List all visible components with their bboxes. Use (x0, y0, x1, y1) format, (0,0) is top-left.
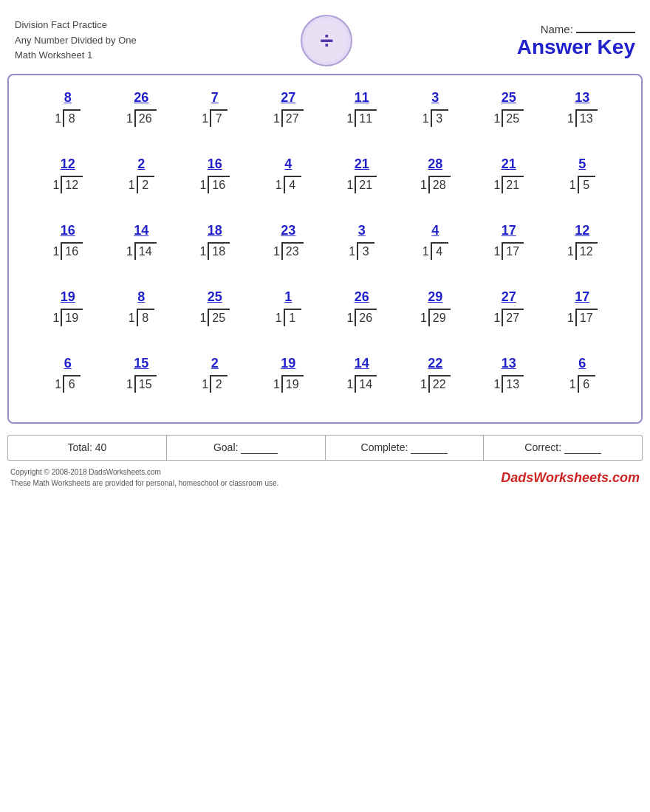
total-label: Total: (67, 441, 92, 453)
dividend-4-1: 15 (134, 375, 157, 393)
answer-4-6: 13 (502, 356, 516, 372)
dividend-1-3: 4 (284, 176, 301, 193)
problem-0-1: 26126 (108, 90, 174, 127)
answer-1-4: 21 (355, 156, 369, 173)
dividend-3-2: 25 (208, 309, 230, 326)
answer-0-6: 25 (502, 90, 516, 106)
problem-4-4: 14114 (329, 356, 395, 393)
dividend-0-1: 26 (134, 109, 157, 127)
goal-line[interactable] (241, 441, 278, 454)
division-box-0-3: 127 (273, 109, 304, 127)
division-box-1-7: 15 (569, 176, 595, 193)
division-box-1-0: 112 (52, 176, 83, 193)
division-box-3-1: 18 (129, 309, 154, 326)
problem-3-4: 26126 (329, 289, 395, 326)
answer-0-3: 27 (281, 90, 295, 106)
problem-4-6: 13113 (476, 356, 542, 393)
problem-0-3: 27127 (255, 90, 321, 127)
divisor-4-4: 1 (346, 378, 353, 393)
divisor-1-6: 1 (493, 179, 500, 193)
divisor-3-3: 1 (276, 312, 282, 326)
complete-stat: Complete: (326, 436, 485, 460)
division-box-1-1: 12 (129, 176, 154, 193)
divisor-4-1: 1 (126, 378, 133, 393)
complete-line[interactable] (411, 441, 448, 454)
problem-4-3: 19119 (255, 356, 321, 393)
division-box-1-6: 121 (493, 176, 524, 193)
answer-1-2: 16 (208, 156, 222, 173)
page: Division Fact Practice Any Number Divide… (7, 15, 643, 489)
title-line3: Math Worksheet 1 (15, 48, 137, 63)
divisor-0-3: 1 (273, 112, 280, 127)
division-box-2-2: 118 (199, 242, 230, 260)
division-icon: ÷ (301, 15, 352, 66)
division-symbol: ÷ (320, 27, 333, 55)
dividend-2-3: 23 (281, 242, 304, 260)
header-center: ÷ (301, 15, 352, 66)
divisor-0-7: 1 (567, 112, 574, 127)
answer-2-0: 16 (61, 223, 75, 239)
dividend-3-7: 17 (575, 309, 598, 326)
divisor-4-2: 1 (202, 378, 208, 393)
division-box-3-4: 126 (346, 309, 377, 326)
divisor-3-0: 1 (52, 312, 59, 326)
problem-1-0: 12112 (35, 156, 101, 193)
divisor-0-0: 1 (55, 112, 61, 127)
answer-3-2: 25 (208, 289, 222, 306)
division-box-1-5: 128 (420, 176, 451, 193)
problem-4-5: 22122 (402, 356, 468, 393)
division-box-3-7: 117 (567, 309, 598, 326)
division-box-3-6: 127 (493, 309, 524, 326)
dividend-1-2: 16 (208, 176, 230, 193)
divisor-1-1: 1 (129, 179, 135, 193)
division-box-1-2: 116 (199, 176, 230, 193)
division-box-0-6: 125 (493, 109, 524, 127)
answer-0-1: 26 (134, 90, 148, 106)
divisor-0-1: 1 (126, 112, 133, 127)
problem-2-7: 12112 (549, 223, 615, 260)
name-underline[interactable] (576, 32, 635, 33)
answer-3-4: 26 (355, 289, 369, 306)
divisor-1-7: 1 (569, 179, 576, 193)
divisor-1-5: 1 (420, 179, 427, 193)
problem-1-7: 515 (549, 156, 615, 193)
dividend-4-4: 14 (355, 375, 377, 393)
dividend-4-2: 2 (210, 375, 228, 393)
problem-row-4: 6161511521219119141142212213113616 (31, 356, 619, 393)
problem-2-6: 17117 (476, 223, 542, 260)
division-box-4-7: 16 (569, 375, 595, 393)
problem-0-4: 11111 (329, 90, 395, 127)
problem-1-6: 21121 (476, 156, 542, 193)
answer-2-3: 23 (281, 223, 295, 239)
dividend-2-6: 17 (502, 242, 524, 260)
problem-2-1: 14114 (108, 223, 174, 260)
dividend-0-7: 13 (575, 109, 598, 127)
answer-4-4: 14 (355, 356, 369, 372)
copyright-text: Copyright © 2008-2018 DadsWorksheets.com… (10, 467, 278, 489)
problem-3-6: 27127 (476, 289, 542, 326)
problem-3-5: 29129 (402, 289, 468, 326)
answer-3-6: 27 (502, 289, 516, 306)
problem-3-3: 111 (255, 289, 321, 326)
answer-key-label: Answer Key (517, 35, 635, 59)
dividend-1-4: 21 (355, 176, 377, 193)
title-line1: Division Fact Practice (15, 18, 137, 33)
answer-3-7: 17 (575, 289, 589, 306)
divisor-2-1: 1 (126, 245, 133, 260)
total-stat: Total: 40 (8, 436, 167, 460)
divisor-1-2: 1 (199, 179, 206, 193)
divisor-4-5: 1 (420, 378, 427, 393)
problem-0-0: 818 (35, 90, 101, 127)
answer-4-0: 6 (64, 356, 72, 372)
dividend-4-6: 13 (502, 375, 524, 393)
problem-3-0: 19119 (35, 289, 101, 326)
answer-2-1: 14 (134, 223, 148, 239)
copyright: Copyright © 2008-2018 DadsWorksheets.com… (7, 467, 643, 489)
header-right: Name: Answer Key (517, 23, 635, 59)
correct-line[interactable] (564, 441, 601, 454)
answer-1-1: 2 (137, 156, 145, 173)
problem-2-5: 414 (402, 223, 468, 260)
division-box-4-5: 122 (420, 375, 451, 393)
divisor-2-2: 1 (199, 245, 206, 260)
problem-1-3: 414 (255, 156, 321, 193)
